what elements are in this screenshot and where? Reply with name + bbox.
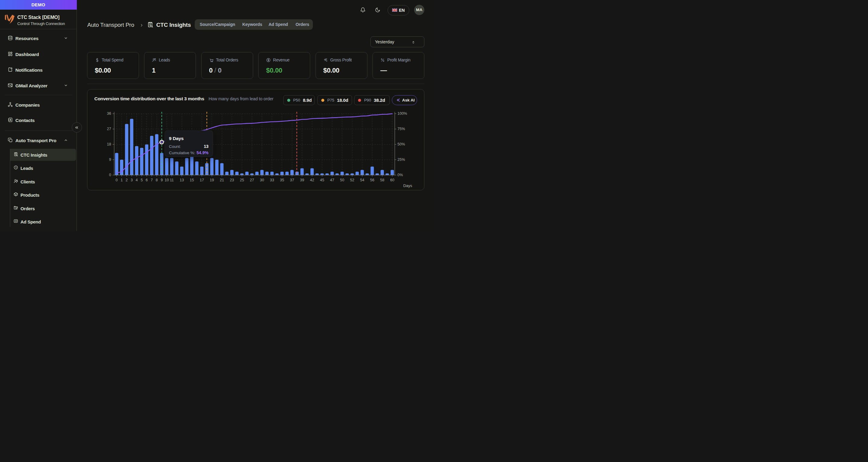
svg-text:47: 47 [330,178,334,182]
svg-text:17: 17 [199,178,204,182]
svg-text:0: 0 [116,178,118,182]
svg-text:27: 27 [107,127,111,131]
svg-text:3: 3 [130,178,133,182]
svg-text:10: 10 [164,178,169,182]
svg-text:54: 54 [360,178,364,182]
svg-text:33: 33 [270,178,274,182]
svg-text:9: 9 [161,178,163,182]
svg-text:18: 18 [107,142,111,146]
svg-text:25: 25 [240,178,244,182]
svg-text:11: 11 [170,178,174,182]
svg-text:50: 50 [340,178,344,182]
svg-text:8: 8 [156,178,158,182]
svg-text:0: 0 [109,173,111,177]
svg-text:30: 30 [260,178,264,182]
svg-text:36: 36 [107,111,111,116]
svg-text:39: 39 [300,178,304,182]
svg-text:52: 52 [350,178,354,182]
svg-text:9: 9 [109,158,111,162]
svg-text:23: 23 [230,178,234,182]
svg-text:75%: 75% [397,127,405,131]
svg-text:Days: Days [403,183,412,188]
svg-text:56: 56 [370,178,374,182]
svg-text:13: 13 [180,178,184,182]
svg-text:2: 2 [125,178,127,182]
svg-text:4: 4 [135,178,138,182]
svg-text:42: 42 [310,178,314,182]
svg-text:35: 35 [280,178,284,182]
svg-text:58: 58 [380,178,384,182]
svg-text:19: 19 [210,178,214,182]
svg-text:37: 37 [290,178,294,182]
svg-text:45: 45 [320,178,324,182]
svg-text:1: 1 [121,178,123,182]
svg-text:6: 6 [146,178,148,182]
svg-text:AD: AD [15,221,17,222]
svg-text:21: 21 [220,178,224,182]
svg-text:60: 60 [390,178,394,182]
svg-text:25%: 25% [397,158,405,162]
svg-text:0%: 0% [397,173,403,177]
svg-text:7: 7 [150,178,153,182]
svg-text:50%: 50% [397,142,405,146]
svg-text:100%: 100% [397,111,407,116]
svg-text:15: 15 [190,178,194,182]
svg-text:5: 5 [141,178,143,182]
svg-text:27: 27 [250,178,254,182]
